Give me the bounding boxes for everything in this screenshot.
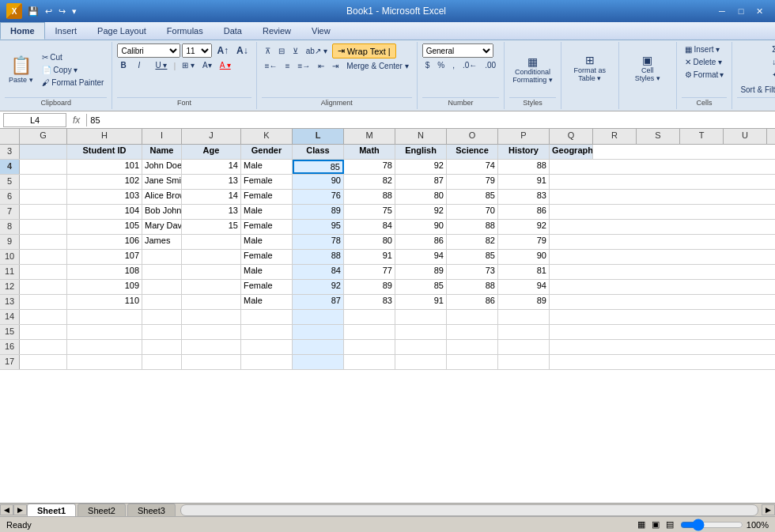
delete-cells-btn[interactable]: ✕ Delete ▾ [682,56,725,68]
cell-H3[interactable]: Student ID [67,145,142,159]
underline-btn[interactable]: U ▾ [152,59,170,71]
cell-I6[interactable]: Alice Brown [142,190,182,204]
col-S[interactable]: S [637,129,680,144]
cell-H13[interactable]: 110 [67,295,142,309]
italic-btn[interactable]: I [134,59,150,71]
cell-M8[interactable]: 84 [344,220,395,234]
cell-K11[interactable]: Male [241,265,293,279]
decrease-decimal-btn[interactable]: .0← [459,59,480,71]
cell-N6[interactable]: 80 [395,190,447,204]
col-H[interactable]: H [67,129,142,144]
col-G[interactable]: G [20,129,67,144]
name-box[interactable] [3,113,66,127]
orientation-btn[interactable]: ab↗ ▾ [303,45,331,57]
align-top-btn[interactable]: ⊼ [262,45,274,57]
cell-J10[interactable] [182,250,241,264]
cell-K10[interactable]: Female [241,250,293,264]
cell-K6[interactable]: Female [241,190,293,204]
cell-I12[interactable] [142,280,182,294]
cell-L3[interactable]: Class [293,145,344,159]
tab-page-layout[interactable]: Page Layout [87,22,157,40]
cell-P9[interactable]: 79 [498,235,550,249]
cell-L8[interactable]: 95 [293,220,344,234]
tab-scroll-left[interactable]: ◀ [0,504,13,515]
font-size-select[interactable]: 11 [182,43,212,58]
cell-O10[interactable]: 85 [447,250,498,264]
cell-H5[interactable]: 102 [67,175,142,189]
cell-M4[interactable]: 78 [344,160,395,174]
cell-G7[interactable] [20,205,67,219]
cell-I5[interactable]: Jane Smith [142,175,182,189]
col-R[interactable]: R [593,129,637,144]
cell-O9[interactable]: 82 [447,235,498,249]
cell-P4[interactable]: 88 [498,160,550,174]
cell-P8[interactable]: 92 [498,220,550,234]
cell-H4[interactable]: 101 [67,160,142,174]
increase-indent-btn[interactable]: ⇥ [329,60,342,72]
border-btn[interactable]: ⊞ ▾ [179,59,198,71]
bold-btn[interactable]: B [117,59,133,71]
cell-G12[interactable] [20,280,67,294]
redo-quick-btn[interactable]: ↪ [56,5,68,18]
cell-G4[interactable] [20,160,67,174]
minimize-btn[interactable]: ─ [713,4,731,18]
cell-M9[interactable]: 80 [344,235,395,249]
number-format-select[interactable]: General [422,43,493,58]
cell-M14[interactable] [344,310,395,324]
maximize-btn[interactable]: □ [732,4,750,18]
cell-J5[interactable]: 13 [182,175,241,189]
cell-G13[interactable] [20,295,67,309]
cell-K9[interactable]: Male [241,235,293,249]
cell-G11[interactable] [20,265,67,279]
cell-J6[interactable]: 14 [182,190,241,204]
cell-N12[interactable]: 85 [395,280,447,294]
currency-btn[interactable]: $ [422,59,433,71]
cell-N9[interactable]: 86 [395,235,447,249]
cell-Q3[interactable]: Geography [550,145,593,159]
cell-P14[interactable] [498,310,550,324]
cell-I4[interactable]: John Doe [142,160,182,174]
cell-P10[interactable]: 90 [498,250,550,264]
cell-P11[interactable]: 81 [498,265,550,279]
tab-insert[interactable]: Insert [45,22,88,40]
cell-O11[interactable]: 73 [447,265,498,279]
cell-N4[interactable]: 92 [395,160,447,174]
cell-H14[interactable] [67,310,142,324]
sheet-tab-2[interactable]: Sheet2 [78,504,126,517]
cell-J11[interactable] [182,265,241,279]
cell-L12[interactable]: 92 [293,280,344,294]
cell-P5[interactable]: 91 [498,175,550,189]
cell-G9[interactable] [20,235,67,249]
cell-N8[interactable]: 90 [395,220,447,234]
scroll-right-btn[interactable]: ▶ [762,504,775,515]
cell-K4[interactable]: Male [241,160,293,174]
cell-I13[interactable] [142,295,182,309]
cell-N3[interactable]: English [395,145,447,159]
cell-J4[interactable]: 14 [182,160,241,174]
close-btn[interactable]: ✕ [751,4,769,18]
wrap-text-btn[interactable]: ⇥ Wrap Text | [332,43,396,58]
decrease-font-btn[interactable]: A↓ [233,43,251,58]
cell-N14[interactable] [395,310,447,324]
cell-M3[interactable]: Math [344,145,395,159]
col-T[interactable]: T [680,129,724,144]
normal-view-btn[interactable]: ▦ [637,519,645,530]
cell-L5[interactable]: 90 [293,175,344,189]
cell-I3[interactable]: Name [142,145,182,159]
cell-I8[interactable]: Mary Davis [142,220,182,234]
cell-L7[interactable]: 89 [293,205,344,219]
cell-J14[interactable] [182,310,241,324]
cell-O6[interactable]: 85 [447,190,498,204]
cell-O8[interactable]: 88 [447,220,498,234]
cell-O4[interactable]: 74 [447,160,498,174]
zoom-slider[interactable] [680,520,743,530]
cell-K3[interactable]: Gender [241,145,293,159]
horizontal-scrollbar[interactable] [180,504,758,516]
cell-O7[interactable]: 70 [447,205,498,219]
increase-font-btn[interactable]: A↑ [214,43,232,58]
cell-P7[interactable]: 86 [498,205,550,219]
font-name-select[interactable]: Calibri [117,43,180,58]
col-Q[interactable]: Q [550,129,593,144]
align-middle-btn[interactable]: ⊟ [275,45,288,57]
customize-quick-btn[interactable]: ▾ [70,5,79,18]
